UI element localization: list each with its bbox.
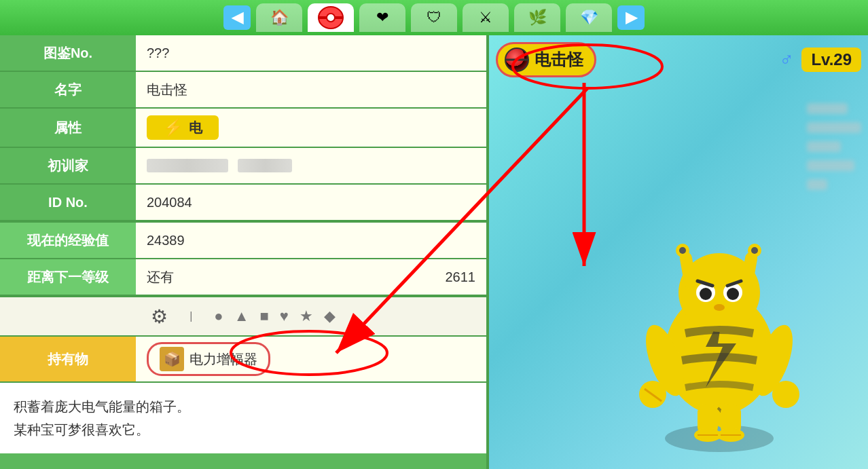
pokemon-display-panel: 电击怪 ♂ Lv.29 xyxy=(489,35,868,469)
trainer-row: 初训家 xyxy=(0,148,486,185)
description-section: 积蓄着庞大电气能量的箱子。 某种宝可梦很喜欢它。 xyxy=(0,383,486,453)
type-row: 属性 ⚡ 电 xyxy=(0,109,486,148)
nav-right-arrow[interactable]: ▶ xyxy=(617,5,645,30)
blurred-4 xyxy=(807,160,854,171)
divider: | xyxy=(189,310,192,322)
exp-value: 24389 xyxy=(136,223,486,258)
type-label: 属性 xyxy=(0,112,136,144)
exp-row: 现在的经验值 24389 xyxy=(0,223,486,259)
nav-tab-2[interactable] xyxy=(308,3,354,32)
nav-tab-7[interactable]: 💎 xyxy=(566,3,612,32)
info-panel: 图鉴No. ??? 名字 电击怪 属性 ⚡ 电 初训家 ID No. 20408… xyxy=(0,35,489,469)
type-text: 电 xyxy=(189,119,202,137)
type-badge: ⚡ 电 xyxy=(147,115,219,140)
item-name: 电力增幅器 xyxy=(189,350,257,369)
name-row: 名字 电击怪 xyxy=(0,72,486,109)
item-badge: 📦 电力增幅器 xyxy=(147,342,270,376)
blurred-5 xyxy=(807,179,827,190)
item-value: 📦 电力增幅器 xyxy=(136,337,486,381)
trainer-label: 初训家 xyxy=(0,150,136,182)
name-label: 名字 xyxy=(0,74,136,106)
svg-point-21 xyxy=(714,304,725,311)
distance-sub: 还有 xyxy=(147,268,174,286)
svg-point-17 xyxy=(700,288,712,300)
pokemon-header: 电击怪 ♂ Lv.29 xyxy=(496,42,861,77)
trainer-blurred-2 xyxy=(238,159,292,172)
id-row: ID No. 204084 xyxy=(0,185,486,223)
pokemon-figure xyxy=(617,198,821,455)
circle-mark[interactable]: ● xyxy=(214,307,223,325)
svg-point-14 xyxy=(751,247,758,254)
svg-point-13 xyxy=(679,247,686,254)
id-label: ID No. xyxy=(0,188,136,217)
svg-point-18 xyxy=(727,288,739,300)
item-row: 持有物 📦 电力增幅器 xyxy=(0,337,486,383)
desc-line1: 积蓄着庞大电气能量的箱子。 xyxy=(14,395,473,418)
top-navigation: ◀ 🏠 ❤ 🛡 ⚔ 🌿 💎 ▶ xyxy=(0,0,868,35)
pokedex-row: 图鉴No. ??? xyxy=(0,35,486,72)
square-mark[interactable]: ■ xyxy=(259,307,268,325)
pokemon-right-info: ♂ Lv.29 xyxy=(779,48,861,72)
pokedex-value: ??? xyxy=(136,35,486,71)
id-value: 204084 xyxy=(136,185,486,220)
name-value: 电击怪 xyxy=(136,72,486,107)
diamond-mark[interactable]: ◆ xyxy=(324,307,336,325)
pokeball-icon xyxy=(505,48,529,72)
nav-tab-5[interactable]: ⚔ xyxy=(463,3,509,32)
pokemon-name: 电击怪 xyxy=(535,49,583,71)
nav-tab-3[interactable]: ❤ xyxy=(359,3,405,32)
distance-label: 距离下一等级 xyxy=(0,261,136,293)
blurred-1 xyxy=(807,103,848,114)
exp-label: 现在的经验值 xyxy=(0,225,136,257)
electabuzz-svg xyxy=(617,198,821,455)
pokemon-name-badge: 电击怪 xyxy=(496,42,596,77)
trainer-blurred xyxy=(147,159,228,172)
nav-tab-4[interactable]: 🛡 xyxy=(411,3,457,32)
heart-mark[interactable]: ♥ xyxy=(280,307,289,325)
trainer-value xyxy=(136,148,486,183)
exp-section: 现在的经验值 24389 距离下一等级 还有 2611 xyxy=(0,223,486,297)
pokedex-label: 图鉴No. xyxy=(0,37,136,69)
person-icon: ⚙ xyxy=(151,305,168,328)
gender-icon: ♂ xyxy=(779,49,793,71)
type-value: ⚡ 电 xyxy=(136,109,486,147)
bolt-icon: ⚡ xyxy=(163,118,183,137)
item-icon: 📦 xyxy=(160,347,184,371)
svg-point-2 xyxy=(327,14,335,22)
star-mark[interactable]: ★ xyxy=(300,307,313,325)
blurred-3 xyxy=(807,141,841,152)
svg-point-26 xyxy=(772,381,799,408)
desc-line2: 某种宝可梦很喜欢它。 xyxy=(14,418,473,441)
distance-row: 距离下一等级 还有 2611 xyxy=(0,259,486,297)
triangle-mark[interactable]: ▲ xyxy=(234,307,249,325)
level-badge: Lv.29 xyxy=(801,48,861,72)
nav-tab-1[interactable]: 🏠 xyxy=(256,3,302,32)
nav-tab-6[interactable]: 🌿 xyxy=(514,3,560,32)
blurred-2 xyxy=(807,122,861,133)
distance-num: 2611 xyxy=(446,269,476,285)
nav-left-arrow[interactable]: ◀ xyxy=(223,5,251,30)
marks-row: ⚙ | ● ▲ ■ ♥ ★ ◆ xyxy=(0,297,486,337)
item-label: 持有物 xyxy=(0,343,136,375)
blurred-side-info xyxy=(807,103,861,190)
distance-value: 还有 2611 xyxy=(136,259,486,295)
